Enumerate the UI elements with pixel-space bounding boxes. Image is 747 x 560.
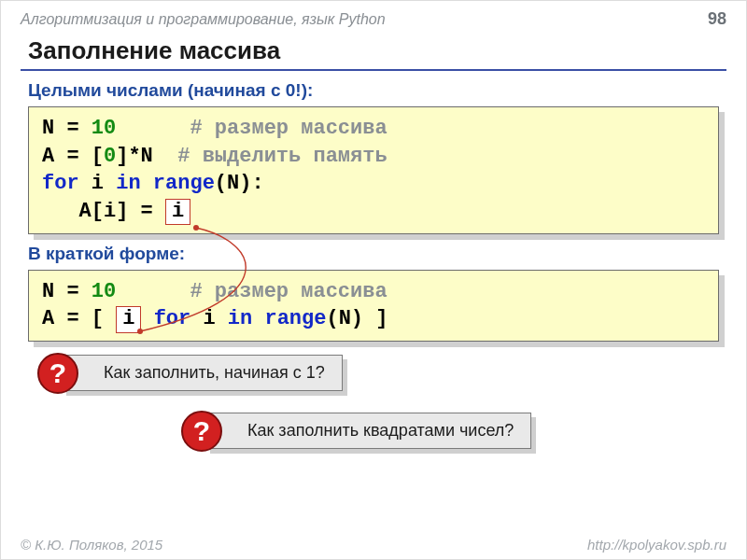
code-number: 10 (92, 280, 116, 303)
footer: © К.Ю. Поляков, 2015 http://kpolyakov.sp… (21, 537, 726, 553)
code-text: N = (42, 280, 92, 303)
question-1: Как заполнить, начиная с 1? ? (43, 355, 747, 396)
code-comment: # размер массива (116, 280, 387, 303)
code-text: ]*N (116, 145, 177, 168)
code-comment: # размер массива (116, 117, 387, 140)
code-text: (N): (215, 172, 264, 195)
code-keyword: in (116, 172, 140, 195)
question-2: Как заполнить квадратами чисел? ? (187, 413, 747, 454)
code-text: N = (42, 117, 92, 140)
code-block-1-body: N = 10 # размер массива A = [0]*N # выде… (28, 106, 719, 234)
question-1-box: Как заполнить, начиная с 1? (62, 355, 343, 391)
code-number: 0 (104, 145, 116, 168)
question-2-box: Как заполнить квадратами чисел? (205, 413, 531, 449)
question-mark-glyph: ? (193, 415, 210, 447)
code-keyword: range (252, 307, 326, 330)
code-keyword: in (228, 307, 252, 330)
code-text: A = [ (42, 307, 116, 330)
highlight-token-i-2: i (116, 306, 141, 332)
footer-url: http://kpolyakov.spb.ru (587, 537, 726, 553)
code-number: 10 (92, 117, 116, 140)
code-text: A = [ (42, 145, 104, 168)
code-keyword: for (154, 307, 191, 330)
code-text: (N) ] (326, 307, 388, 330)
question-mark-icon: ? (37, 353, 78, 394)
question-mark-icon: ? (181, 411, 222, 452)
code-text: i (79, 172, 117, 195)
code-keyword: range (141, 172, 215, 195)
code-block-1: N = 10 # размер массива A = [0]*N # выде… (28, 106, 719, 234)
code-text (141, 307, 153, 330)
code-block-2: N = 10 # размер массива A = [ i for i in… (28, 270, 719, 342)
code-text: A[i] = (42, 200, 165, 223)
highlight-token-i-1: i (165, 199, 190, 225)
code-keyword: for (42, 172, 79, 195)
code-text: i (190, 307, 228, 330)
code-block-2-body: N = 10 # размер массива A = [ i for i in… (28, 270, 719, 342)
question-1-text: Как заполнить, начиная с 1? (104, 363, 325, 382)
question-2-text: Как заполнить квадратами чисел? (247, 421, 514, 440)
question-mark-glyph: ? (49, 357, 66, 389)
code-comment: # выделить память (177, 145, 387, 168)
footer-copyright: © К.Ю. Поляков, 2015 (21, 537, 162, 553)
